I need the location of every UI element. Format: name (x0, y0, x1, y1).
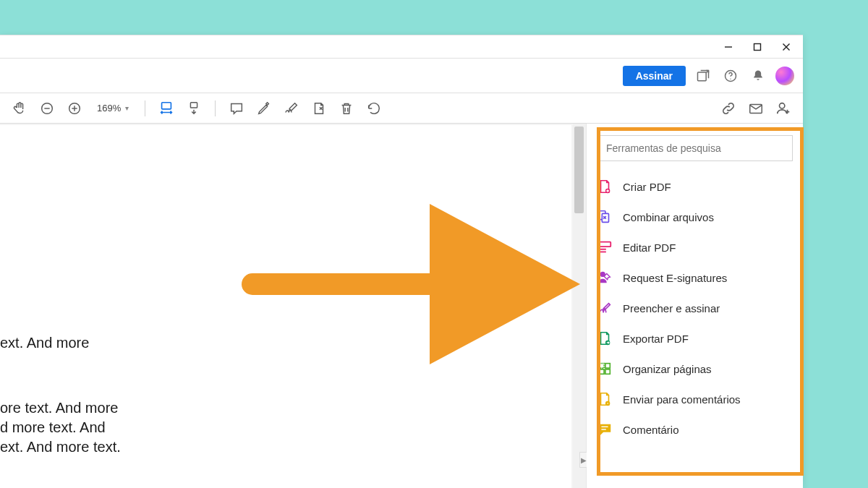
tools-panel: ▶ Criar PDF Combinar arquivos (586, 124, 803, 488)
maximize-button[interactable] (749, 39, 765, 55)
bell-icon[interactable] (748, 66, 768, 86)
svg-point-29 (606, 402, 608, 404)
content-area: ext. And more ore text. And more d more … (0, 124, 803, 488)
zoom-out-icon[interactable] (38, 99, 56, 118)
tool-organize-pages[interactable]: Organizar páginas (597, 361, 793, 377)
fit-page-icon[interactable] (184, 99, 203, 118)
tool-create-pdf[interactable]: Criar PDF (597, 179, 793, 194)
tool-label: Organizar páginas (623, 363, 712, 375)
scroll-thumb[interactable] (574, 127, 584, 213)
tool-label: Editar PDF (623, 241, 676, 254)
document-text: ore text. And more d more text. And ext.… (0, 398, 121, 457)
topbar: Assinar (0, 59, 803, 93)
svg-rect-24 (600, 364, 604, 368)
esign-icon (597, 270, 613, 286)
svg-rect-12 (162, 102, 171, 108)
avatar[interactable] (775, 67, 794, 85)
tool-label: Preencher e assinar (623, 302, 720, 314)
tool-label: Comentário (623, 424, 679, 436)
combine-files-icon (597, 209, 613, 225)
help-icon[interactable] (720, 66, 741, 86)
vertical-scrollbar[interactable] (573, 124, 586, 488)
export-pdf-icon (597, 330, 613, 346)
tool-request-esign[interactable]: Request E-signatures (597, 270, 793, 286)
comment-tool-icon (597, 421, 613, 437)
svg-point-15 (780, 103, 785, 108)
fit-width-icon[interactable] (157, 99, 176, 118)
mail-icon[interactable] (746, 99, 765, 118)
create-pdf-icon (597, 179, 613, 194)
send-comments-icon (597, 391, 613, 407)
svg-point-6 (730, 78, 731, 79)
link-icon[interactable] (719, 99, 738, 118)
toolbar-divider (215, 100, 216, 116)
toolbar: 169% ▾ (0, 93, 803, 124)
tool-edit-pdf[interactable]: Editar PDF (597, 239, 793, 255)
svg-rect-13 (191, 102, 197, 107)
tool-export-pdf[interactable]: Exportar PDF (597, 330, 793, 346)
zoom-dropdown[interactable]: 169% ▾ (93, 101, 133, 115)
panel-collapse-button[interactable]: ▶ (579, 452, 587, 468)
organize-pages-icon (597, 361, 613, 377)
delete-icon[interactable] (337, 99, 356, 118)
minimize-button[interactable] (720, 39, 736, 55)
tools-search-input[interactable] (597, 135, 793, 161)
close-button[interactable] (778, 39, 794, 55)
chevron-down-icon: ▾ (125, 104, 129, 112)
sign-tool-icon[interactable] (282, 99, 301, 118)
tool-combine-files[interactable]: Combinar arquivos (597, 209, 793, 225)
tool-label: Combinar arquivos (623, 211, 714, 223)
tool-label: Exportar PDF (623, 333, 689, 345)
svg-rect-1 (754, 43, 761, 50)
add-person-icon[interactable] (774, 99, 793, 118)
zoom-value: 169% (97, 103, 121, 114)
hand-tool-icon[interactable] (10, 99, 29, 118)
document-view[interactable]: ext. And more ore text. And more d more … (0, 124, 573, 488)
tool-send-comments[interactable]: Enviar para comentários (597, 391, 793, 407)
svg-rect-27 (605, 369, 610, 374)
rotate-icon[interactable] (365, 99, 383, 118)
document-text: ext. And more (0, 333, 89, 353)
tool-comment[interactable]: Comentário (597, 421, 793, 437)
share-arrow-icon[interactable] (693, 66, 713, 86)
zoom-in-icon[interactable] (65, 99, 84, 118)
edit-pdf-icon (597, 239, 613, 255)
tool-label: Request E-signatures (623, 272, 727, 284)
comment-icon[interactable] (227, 99, 246, 118)
svg-rect-4 (698, 72, 707, 81)
svg-rect-26 (600, 369, 604, 374)
stamp-icon[interactable] (310, 99, 328, 118)
sign-button[interactable]: Assinar (623, 66, 686, 86)
app-window: Assinar 169% ▾ (0, 35, 803, 488)
svg-rect-25 (605, 364, 610, 368)
highlight-icon[interactable] (255, 99, 273, 118)
tool-label: Enviar para comentários (623, 393, 741, 406)
tool-label: Criar PDF (623, 181, 671, 193)
tool-fill-sign[interactable]: Preencher e assinar (597, 300, 793, 316)
toolbar-divider (145, 100, 145, 116)
fill-sign-icon (597, 300, 613, 316)
svg-rect-19 (599, 242, 611, 247)
document-page: ext. And more ore text. And more d more … (0, 125, 571, 488)
window-titlebar (0, 35, 803, 59)
tools-list: Criar PDF Combinar arquivos Editar PDF (597, 179, 793, 437)
